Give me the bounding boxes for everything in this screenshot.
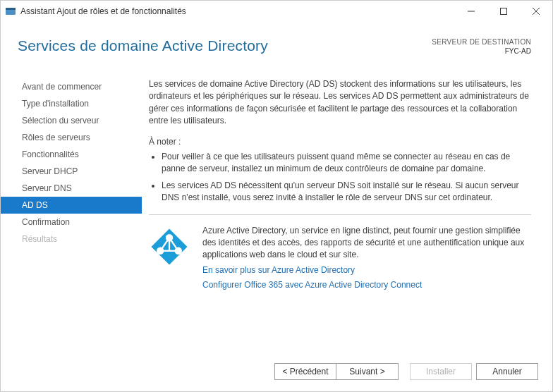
window-title: Assistant Ajout de rôles et de fonctionn… [20,6,186,16]
note-item: Les services AD DS nécessitent qu'un ser… [162,180,531,204]
divider [149,214,531,215]
destination-label: SERVEUR DE DESTINATION [432,37,531,47]
azure-description: Azure Active Directory, un service en li… [202,225,531,262]
note-title: À noter : [149,136,531,148]
step-dns[interactable]: Serveur DNS [1,180,142,197]
next-button[interactable]: Suivant > [336,363,399,380]
destination-value: FYC-AD [432,47,531,56]
previous-button[interactable]: < Précédent [274,363,336,380]
maximize-button[interactable] [487,1,520,22]
page-title: Services de domaine Active Directory [18,37,268,54]
nav-button-group: < Précédent Suivant > [274,363,399,380]
close-button[interactable] [520,1,552,22]
app-icon [5,6,16,17]
azure-text: Azure Active Directory, un service en li… [202,225,531,292]
azure-learn-more-link[interactable]: En savoir plus sur Azure Active Director… [202,264,531,276]
azure-configure-link[interactable]: Configurer Office 365 avec Azure Active … [202,279,531,291]
body: Avant de commencer Type d'installation S… [1,77,552,357]
install-button: Installer [410,363,472,380]
azure-ad-icon [149,226,190,267]
svg-rect-3 [501,8,507,15]
content: Les services de domaine Active Directory… [142,77,552,357]
step-dhcp[interactable]: Serveur DHCP [1,163,142,180]
step-results: Résultats [1,231,142,247]
destination-box: SERVEUR DE DESTINATION FYC-AD [432,37,531,56]
step-features[interactable]: Fonctionnalités [1,146,142,163]
note-item: Pour veiller à ce que les utilisateurs p… [162,151,531,176]
window-controls [455,1,552,22]
intro-text: Les services de domaine Active Directory… [149,78,531,128]
minimize-button[interactable] [455,1,487,22]
titlebar: Assistant Ajout de rôles et de fonctionn… [1,1,552,22]
step-server-roles[interactable]: Rôles de serveurs [1,129,142,146]
step-confirmation[interactable]: Confirmation [1,214,142,231]
footer: < Précédent Suivant > Installer Annuler [1,357,552,391]
header: Services de domaine Active Directory SER… [1,22,552,77]
cancel-button[interactable]: Annuler [476,363,538,380]
wizard-window: Assistant Ajout de rôles et de fonctionn… [0,0,553,392]
step-server-selection[interactable]: Sélection du serveur [1,112,142,129]
svg-rect-1 [6,8,16,10]
notes-list: Pour veiller à ce que les utilisateurs p… [149,151,531,204]
step-install-type[interactable]: Type d'installation [1,95,142,112]
step-before-begin[interactable]: Avant de commencer [1,78,142,95]
azure-info-box: Azure Active Directory, un service en li… [149,225,531,292]
step-adds[interactable]: AD DS [1,197,142,214]
sidebar: Avant de commencer Type d'installation S… [1,77,142,357]
